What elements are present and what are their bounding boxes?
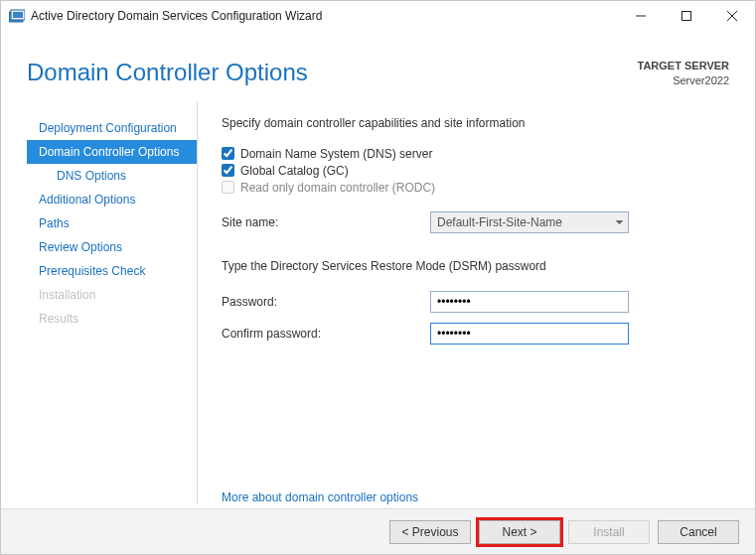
svg-rect-2 bbox=[13, 12, 23, 18]
header: Domain Controller Options TARGET SERVER … bbox=[1, 31, 755, 96]
wizard-window: Active Directory Domain Services Configu… bbox=[0, 0, 756, 555]
target-server-value: Server2022 bbox=[638, 73, 730, 88]
checkbox-domain-name-system-dns-server[interactable] bbox=[222, 147, 234, 160]
install-button[interactable]: Install bbox=[568, 520, 650, 544]
nav: Deployment ConfigurationDomain Controlle… bbox=[27, 102, 198, 504]
site-row: Site name: Default-First-Site-Name bbox=[222, 211, 729, 233]
checkbox-row-2: Read only domain controller (RODC) bbox=[222, 181, 729, 195]
window-title: Active Directory Domain Services Configu… bbox=[31, 9, 322, 23]
maximize-button[interactable] bbox=[664, 1, 709, 31]
nav-item-paths[interactable]: Paths bbox=[27, 211, 197, 235]
checkbox-label: Domain Name System (DNS) server bbox=[240, 147, 432, 161]
password-label: Password: bbox=[222, 295, 430, 309]
nav-item-deployment-configuration[interactable]: Deployment Configuration bbox=[27, 116, 197, 140]
checkbox-row-0: Domain Name System (DNS) server bbox=[222, 147, 729, 161]
checkbox-label: Global Catalog (GC) bbox=[240, 164, 349, 178]
main: Deployment ConfigurationDomain Controlle… bbox=[1, 96, 755, 508]
checkbox-label: Read only domain controller (RODC) bbox=[240, 181, 435, 195]
checkbox-row-1: Global Catalog (GC) bbox=[222, 164, 729, 178]
site-name-label: Site name: bbox=[222, 215, 430, 229]
minimize-button[interactable] bbox=[618, 1, 664, 31]
nav-item-results: Results bbox=[27, 307, 197, 331]
password-rows: Password: Confirm password: bbox=[222, 281, 729, 345]
nav-item-domain-controller-options[interactable]: Domain Controller Options bbox=[27, 140, 197, 164]
target-server: TARGET SERVER Server2022 bbox=[638, 59, 730, 88]
previous-button[interactable]: < Previous bbox=[389, 520, 471, 544]
intro-text: Specify domain controller capabilities a… bbox=[222, 116, 729, 130]
close-button[interactable] bbox=[709, 1, 755, 31]
app-icon bbox=[9, 9, 25, 23]
nav-item-dns-options[interactable]: DNS Options bbox=[27, 164, 197, 188]
footer: < Previous Next > Install Cancel bbox=[1, 508, 755, 554]
nav-item-review-options[interactable]: Review Options bbox=[27, 235, 197, 259]
capability-checkboxes: Domain Name System (DNS) serverGlobal Ca… bbox=[222, 144, 729, 198]
password-input[interactable] bbox=[430, 291, 629, 313]
nav-item-installation: Installation bbox=[27, 283, 197, 307]
titlebar: Active Directory Domain Services Configu… bbox=[1, 1, 755, 31]
content: Specify domain controller capabilities a… bbox=[198, 102, 729, 504]
confirm-password-input[interactable] bbox=[430, 323, 629, 345]
next-button[interactable]: Next > bbox=[479, 520, 560, 544]
nav-item-prerequisites-check[interactable]: Prerequisites Check bbox=[27, 259, 197, 283]
more-about-link[interactable]: More about domain controller options bbox=[222, 467, 729, 504]
checkbox-read-only-domain-controller-rodc- bbox=[222, 181, 234, 194]
password-row: Password: bbox=[222, 291, 729, 313]
svg-rect-4 bbox=[682, 12, 691, 21]
confirm-password-row: Confirm password: bbox=[222, 323, 729, 345]
site-name-select[interactable]: Default-First-Site-Name bbox=[430, 211, 629, 233]
dsrm-heading: Type the Directory Services Restore Mode… bbox=[222, 259, 729, 273]
target-server-label: TARGET SERVER bbox=[638, 59, 730, 73]
checkbox-global-catalog-gc-[interactable] bbox=[222, 164, 234, 177]
body: Domain Controller Options TARGET SERVER … bbox=[1, 31, 755, 554]
page-title: Domain Controller Options bbox=[27, 59, 638, 86]
confirm-password-label: Confirm password: bbox=[222, 327, 430, 341]
window-buttons bbox=[618, 1, 755, 31]
nav-item-additional-options[interactable]: Additional Options bbox=[27, 188, 197, 211]
cancel-button[interactable]: Cancel bbox=[658, 520, 739, 544]
